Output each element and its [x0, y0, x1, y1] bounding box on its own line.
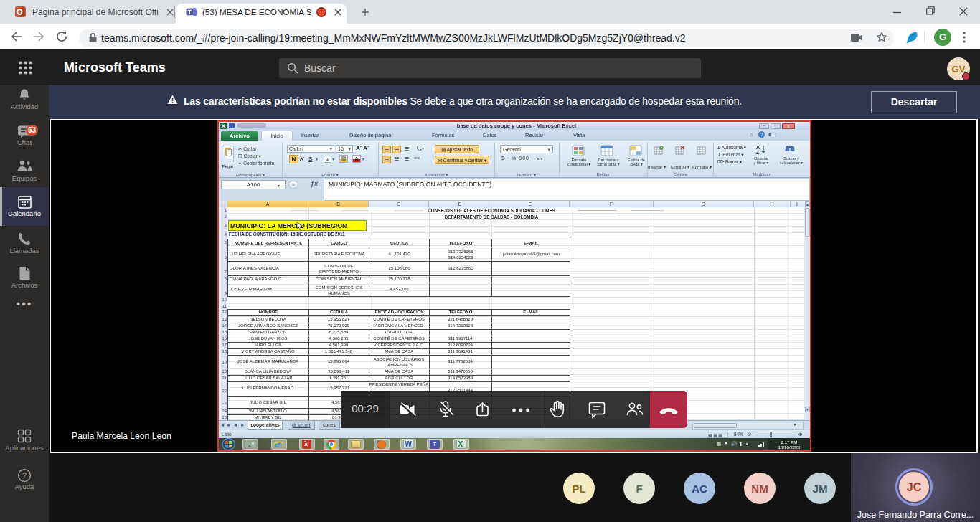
svg-text:?: ?: [22, 471, 27, 480]
svg-text:Z: Z: [756, 150, 760, 155]
svg-text:A: A: [756, 145, 760, 150]
